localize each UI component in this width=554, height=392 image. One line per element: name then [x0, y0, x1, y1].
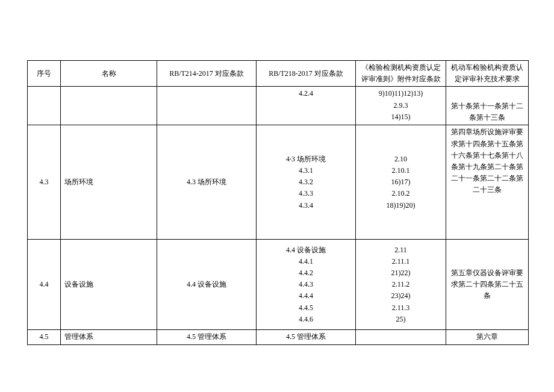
clause-mapping-table: 序号 名称 RB/T214-2017 对应条款 RB/T218-2017 对应条… [27, 60, 529, 345]
header-t214: RB/T214-2017 对应条款 [157, 61, 257, 87]
cell-name: 管理体系 [61, 330, 157, 344]
table-container: 序号 名称 RB/T214-2017 对应条款 RB/T218-2017 对应条… [27, 60, 528, 345]
cell-buchong: 第五章仪器设备评审要求第二十四条第二十五条 [446, 240, 529, 330]
cell-zhunze: 2.11 2.11.1 21)22) 2.11.2 23)24) 2.11.3 … [356, 240, 446, 330]
cell-zhunze: 2.10 2.10.1 16)17) 2.10.2 18)19)20) [356, 125, 446, 240]
header-zhunze: 《检验检测机构资质认定评审准则》附件对应条款 [356, 61, 446, 87]
table-row: 4.2.4 9)10)11)12)13) 2.9.3 14)15) 第十条第十一… [28, 87, 529, 125]
cell-t218: 4·3 场所环境 4.3.1 4.3.2 4.3.3 4.3.4 [257, 125, 356, 240]
table-header-row: 序号 名称 RB/T214-2017 对应条款 RB/T218-2017 对应条… [28, 61, 529, 87]
cell-xuhao: 4.4 [28, 240, 61, 330]
cell-t214 [157, 87, 257, 125]
cell-zhunze: 9)10)11)12)13) 2.9.3 14)15) [356, 87, 446, 125]
header-buchong: 机动车检验机构资质认定评审补充技术要求 [446, 61, 529, 87]
header-name: 名称 [61, 61, 157, 87]
table-row: 4.3 场所环境 4.3 场所环境 4·3 场所环境 4.3.1 4.3.2 4… [28, 125, 529, 240]
cell-t214: 4.4 设备设施 [157, 240, 257, 330]
cell-t218: 4.4 设备设施 4.4.1 4.4.2 4.4.3 4.4.4 4.4.5 4… [257, 240, 356, 330]
cell-zhunze [356, 330, 446, 344]
cell-name [61, 87, 157, 125]
header-xuhao: 序号 [28, 61, 61, 87]
cell-xuhao: 4.3 [28, 125, 61, 240]
cell-buchong: 第十条第十一条第十二条第十三条 [446, 87, 529, 125]
cell-buchong: 第六章 [446, 330, 529, 344]
table-row: 4.4 设备设施 4.4 设备设施 4.4 设备设施 4.4.1 4.4.2 4… [28, 240, 529, 330]
cell-t218: 4.5 管理体系 [257, 330, 356, 344]
cell-name: 设备设施 [61, 240, 157, 330]
cell-t214: 4.5 管理体系 [157, 330, 257, 344]
cell-t214: 4.3 场所环境 [157, 125, 257, 240]
cell-name: 场所环境 [61, 125, 157, 240]
cell-xuhao [28, 87, 61, 125]
table-row: 4.5 管理体系 4.5 管理体系 4.5 管理体系 第六章 [28, 330, 529, 344]
cell-xuhao: 4.5 [28, 330, 61, 344]
header-t218: RB/T218-2017 对应条款 [257, 61, 356, 87]
cell-t218: 4.2.4 [257, 87, 356, 125]
cell-buchong: 第四章场所设施评审要求第十四条第十五条第十六条第十七条第十八条第十九条第二十条第… [446, 125, 529, 240]
